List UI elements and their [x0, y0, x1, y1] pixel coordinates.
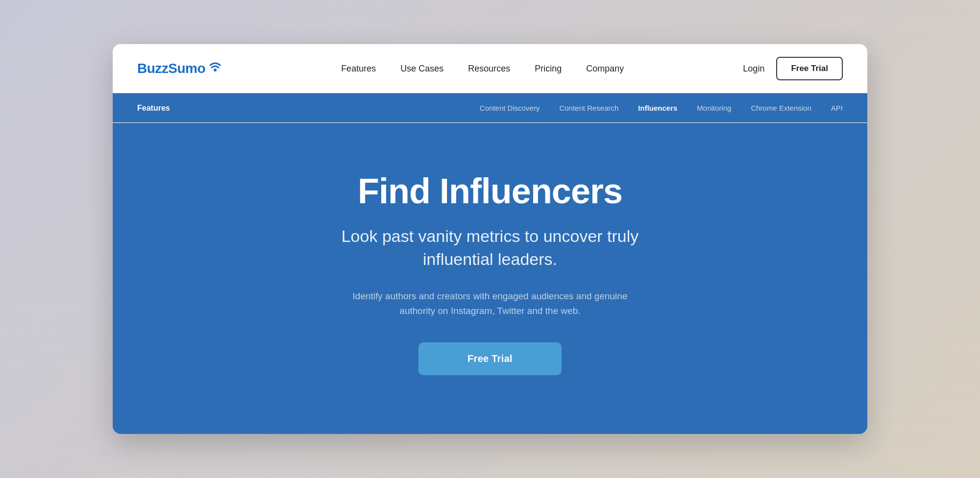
subnav-chrome-extension[interactable]: Chrome Extension — [751, 104, 811, 112]
features-subnav: Features Content Discovery Content Resea… — [113, 93, 867, 122]
subnav-api[interactable]: API — [831, 104, 843, 112]
subnav-content-research[interactable]: Content Research — [559, 104, 618, 112]
logo[interactable]: BuzzSumo — [137, 61, 222, 76]
free-trial-nav-button[interactable]: Free Trial — [776, 57, 843, 80]
navbar-actions: Login Free Trial — [743, 57, 843, 80]
hero-section: Find Influencers Look past vanity metric… — [113, 123, 867, 433]
features-section-label: Features — [137, 104, 170, 113]
hero-title: Find Influencers — [358, 172, 622, 211]
subnav-links: Content Discovery Content Research Influ… — [480, 104, 843, 112]
hero-description: Identify authors and creators with engag… — [348, 289, 632, 319]
nav-use-cases[interactable]: Use Cases — [400, 64, 443, 74]
navbar-links: Features Use Cases Resources Pricing Com… — [222, 64, 743, 74]
hero-subtitle: Look past vanity metrics to uncover trul… — [306, 225, 674, 271]
logo-wifi-icon — [208, 61, 222, 73]
nav-company[interactable]: Company — [586, 64, 624, 74]
logo-text: BuzzSumo — [137, 61, 205, 76]
nav-resources[interactable]: Resources — [468, 64, 510, 74]
nav-features[interactable]: Features — [341, 64, 376, 74]
subnav-monitoring[interactable]: Monitoring — [697, 104, 731, 112]
login-link[interactable]: Login — [743, 64, 764, 74]
hero-free-trial-button[interactable]: Free Trial — [418, 342, 562, 375]
subnav-influencers[interactable]: Influencers — [638, 104, 677, 112]
navbar: BuzzSumo Features Use Cases Resources Pr… — [113, 44, 867, 93]
subnav-content-discovery[interactable]: Content Discovery — [480, 104, 540, 112]
browser-window: BuzzSumo Features Use Cases Resources Pr… — [113, 44, 867, 433]
svg-point-0 — [214, 69, 217, 72]
nav-pricing[interactable]: Pricing — [535, 64, 562, 74]
